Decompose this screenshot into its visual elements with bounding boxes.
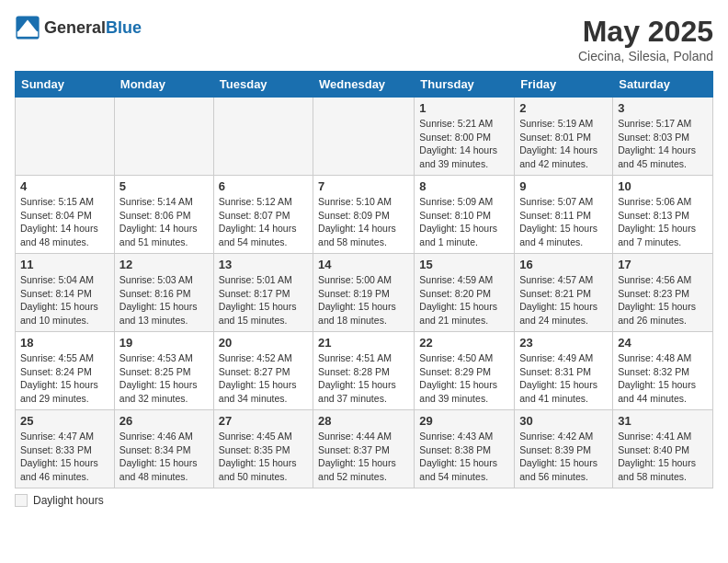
day-number: 25 bbox=[20, 414, 109, 428]
calendar-cell: 16Sunrise: 4:57 AM Sunset: 8:21 PM Dayli… bbox=[515, 254, 613, 332]
day-info: Sunrise: 4:49 AM Sunset: 8:31 PM Dayligh… bbox=[519, 351, 608, 406]
calendar-week-row: 18Sunrise: 4:55 AM Sunset: 8:24 PM Dayli… bbox=[16, 332, 713, 410]
day-number: 1 bbox=[419, 101, 509, 115]
calendar-cell: 5Sunrise: 5:14 AM Sunset: 8:06 PM Daylig… bbox=[114, 176, 213, 254]
day-number: 3 bbox=[618, 101, 708, 115]
day-number: 29 bbox=[419, 414, 509, 428]
calendar-cell: 3Sunrise: 5:17 AM Sunset: 8:03 PM Daylig… bbox=[613, 98, 713, 176]
day-number: 28 bbox=[318, 414, 409, 428]
day-number: 2 bbox=[519, 101, 608, 115]
day-of-week-header: Monday bbox=[114, 72, 213, 98]
day-number: 5 bbox=[119, 179, 209, 193]
day-number: 14 bbox=[318, 258, 409, 271]
calendar-cell: 11Sunrise: 5:04 AM Sunset: 8:14 PM Dayli… bbox=[16, 254, 115, 332]
calendar-cell: 7Sunrise: 5:10 AM Sunset: 8:09 PM Daylig… bbox=[313, 176, 415, 254]
day-of-week-header: Tuesday bbox=[213, 72, 313, 98]
calendar-week-row: 1Sunrise: 5:21 AM Sunset: 8:00 PM Daylig… bbox=[16, 98, 713, 176]
day-info: Sunrise: 5:14 AM Sunset: 8:06 PM Dayligh… bbox=[119, 195, 209, 249]
calendar-week-row: 25Sunrise: 4:47 AM Sunset: 8:33 PM Dayli… bbox=[16, 410, 713, 488]
day-info: Sunrise: 4:47 AM Sunset: 8:33 PM Dayligh… bbox=[20, 430, 109, 484]
calendar-cell: 25Sunrise: 4:47 AM Sunset: 8:33 PM Dayli… bbox=[16, 410, 115, 488]
day-info: Sunrise: 5:01 AM Sunset: 8:17 PM Dayligh… bbox=[219, 273, 308, 327]
day-info: Sunrise: 5:12 AM Sunset: 8:07 PM Dayligh… bbox=[219, 195, 308, 249]
logo-blue: Blue bbox=[106, 18, 142, 37]
calendar-cell: 22Sunrise: 4:50 AM Sunset: 8:29 PM Dayli… bbox=[415, 332, 515, 410]
day-info: Sunrise: 4:59 AM Sunset: 8:20 PM Dayligh… bbox=[419, 273, 509, 327]
day-of-week-header: Thursday bbox=[415, 72, 515, 98]
title-block: May 2025 Ciecina, Silesia, Poland bbox=[578, 15, 713, 63]
day-info: Sunrise: 5:17 AM Sunset: 8:03 PM Dayligh… bbox=[618, 117, 708, 171]
calendar-cell: 18Sunrise: 4:55 AM Sunset: 8:24 PM Dayli… bbox=[16, 332, 115, 410]
legend: Daylight hours bbox=[15, 494, 713, 507]
calendar-cell bbox=[313, 98, 415, 176]
logo-icon bbox=[15, 15, 40, 40]
day-number: 31 bbox=[618, 414, 708, 428]
day-info: Sunrise: 4:57 AM Sunset: 8:21 PM Dayligh… bbox=[519, 273, 608, 327]
calendar-cell: 15Sunrise: 4:59 AM Sunset: 8:20 PM Dayli… bbox=[415, 254, 515, 332]
logo-general: General bbox=[44, 18, 106, 37]
calendar-cell: 23Sunrise: 4:49 AM Sunset: 8:31 PM Dayli… bbox=[515, 332, 613, 410]
day-info: Sunrise: 4:46 AM Sunset: 8:34 PM Dayligh… bbox=[119, 430, 209, 484]
calendar-cell: 29Sunrise: 4:43 AM Sunset: 8:38 PM Dayli… bbox=[415, 410, 515, 488]
calendar-cell: 21Sunrise: 4:51 AM Sunset: 8:28 PM Dayli… bbox=[313, 332, 415, 410]
location: Ciecina, Silesia, Poland bbox=[578, 49, 713, 63]
calendar-cell: 10Sunrise: 5:06 AM Sunset: 8:13 PM Dayli… bbox=[613, 176, 713, 254]
day-info: Sunrise: 5:04 AM Sunset: 8:14 PM Dayligh… bbox=[20, 273, 109, 327]
calendar-cell bbox=[213, 98, 313, 176]
calendar-cell: 20Sunrise: 4:52 AM Sunset: 8:27 PM Dayli… bbox=[213, 332, 313, 410]
day-number: 13 bbox=[219, 258, 308, 271]
day-info: Sunrise: 5:19 AM Sunset: 8:01 PM Dayligh… bbox=[519, 117, 608, 171]
day-number: 20 bbox=[219, 336, 308, 350]
month-title: May 2025 bbox=[578, 15, 713, 49]
day-number: 10 bbox=[618, 179, 708, 193]
logo-text: GeneralBlue bbox=[44, 18, 142, 38]
day-info: Sunrise: 4:43 AM Sunset: 8:38 PM Dayligh… bbox=[419, 430, 509, 484]
day-info: Sunrise: 4:48 AM Sunset: 8:32 PM Dayligh… bbox=[618, 351, 708, 406]
day-info: Sunrise: 4:44 AM Sunset: 8:37 PM Dayligh… bbox=[318, 430, 409, 484]
day-info: Sunrise: 5:06 AM Sunset: 8:13 PM Dayligh… bbox=[618, 195, 708, 249]
day-info: Sunrise: 4:52 AM Sunset: 8:27 PM Dayligh… bbox=[219, 351, 308, 406]
day-number: 21 bbox=[318, 336, 409, 350]
calendar-week-row: 4Sunrise: 5:15 AM Sunset: 8:04 PM Daylig… bbox=[16, 176, 713, 254]
day-info: Sunrise: 5:10 AM Sunset: 8:09 PM Dayligh… bbox=[318, 195, 409, 249]
logo: GeneralBlue bbox=[15, 15, 142, 40]
calendar-cell: 28Sunrise: 4:44 AM Sunset: 8:37 PM Dayli… bbox=[313, 410, 415, 488]
day-number: 6 bbox=[219, 179, 308, 193]
svg-rect-2 bbox=[17, 31, 38, 37]
day-number: 24 bbox=[618, 336, 708, 350]
day-info: Sunrise: 4:53 AM Sunset: 8:25 PM Dayligh… bbox=[119, 351, 209, 406]
calendar-cell: 1Sunrise: 5:21 AM Sunset: 8:00 PM Daylig… bbox=[415, 98, 515, 176]
calendar-cell: 4Sunrise: 5:15 AM Sunset: 8:04 PM Daylig… bbox=[16, 176, 115, 254]
day-number: 19 bbox=[119, 336, 209, 350]
day-info: Sunrise: 4:42 AM Sunset: 8:39 PM Dayligh… bbox=[519, 430, 608, 484]
day-of-week-header: Saturday bbox=[613, 72, 713, 98]
day-number: 17 bbox=[618, 258, 708, 271]
day-number: 9 bbox=[519, 179, 608, 193]
calendar-cell: 31Sunrise: 4:41 AM Sunset: 8:40 PM Dayli… bbox=[613, 410, 713, 488]
day-number: 18 bbox=[20, 336, 109, 350]
day-info: Sunrise: 4:41 AM Sunset: 8:40 PM Dayligh… bbox=[618, 430, 708, 484]
day-number: 27 bbox=[219, 414, 308, 428]
calendar-cell: 9Sunrise: 5:07 AM Sunset: 8:11 PM Daylig… bbox=[515, 176, 613, 254]
day-number: 11 bbox=[20, 258, 109, 271]
calendar-cell bbox=[114, 98, 213, 176]
day-of-week-header: Friday bbox=[515, 72, 613, 98]
day-number: 26 bbox=[119, 414, 209, 428]
calendar-cell: 14Sunrise: 5:00 AM Sunset: 8:19 PM Dayli… bbox=[313, 254, 415, 332]
day-number: 22 bbox=[419, 336, 509, 350]
calendar-cell: 27Sunrise: 4:45 AM Sunset: 8:35 PM Dayli… bbox=[213, 410, 313, 488]
page-header: GeneralBlue May 2025 Ciecina, Silesia, P… bbox=[15, 15, 713, 63]
calendar-cell: 30Sunrise: 4:42 AM Sunset: 8:39 PM Dayli… bbox=[515, 410, 613, 488]
calendar-cell: 12Sunrise: 5:03 AM Sunset: 8:16 PM Dayli… bbox=[114, 254, 213, 332]
calendar-cell: 2Sunrise: 5:19 AM Sunset: 8:01 PM Daylig… bbox=[515, 98, 613, 176]
calendar-cell: 19Sunrise: 4:53 AM Sunset: 8:25 PM Dayli… bbox=[114, 332, 213, 410]
calendar-cell: 8Sunrise: 5:09 AM Sunset: 8:10 PM Daylig… bbox=[415, 176, 515, 254]
calendar-cell: 6Sunrise: 5:12 AM Sunset: 8:07 PM Daylig… bbox=[213, 176, 313, 254]
day-number: 15 bbox=[419, 258, 509, 271]
calendar-cell bbox=[16, 98, 115, 176]
day-info: Sunrise: 5:07 AM Sunset: 8:11 PM Dayligh… bbox=[519, 195, 608, 249]
day-info: Sunrise: 5:03 AM Sunset: 8:16 PM Dayligh… bbox=[119, 273, 209, 327]
day-number: 12 bbox=[119, 258, 209, 271]
calendar-cell: 24Sunrise: 4:48 AM Sunset: 8:32 PM Dayli… bbox=[613, 332, 713, 410]
calendar-week-row: 11Sunrise: 5:04 AM Sunset: 8:14 PM Dayli… bbox=[16, 254, 713, 332]
